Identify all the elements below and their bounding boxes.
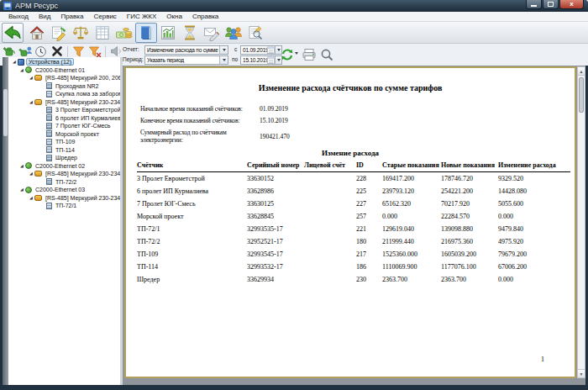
table-cell	[304, 172, 356, 185]
chevron-down-icon	[219, 56, 228, 64]
period-select[interactable]: Указать период	[144, 55, 228, 65]
tree-item[interactable]: Скупка лома за забором	[9, 90, 123, 98]
report-scrollbar[interactable]: ▲ ▼	[577, 66, 585, 378]
column-header: Новые показания	[441, 161, 498, 172]
table-cell: 9479.840	[498, 223, 570, 235]
column-header: Лицевой счёт	[304, 161, 356, 172]
tree-item[interactable]: ТП-72/1	[9, 202, 123, 210]
report-subtitle: Измение расхода	[126, 149, 575, 157]
tree-item[interactable]: Шредер	[9, 154, 123, 162]
minimize-button[interactable]	[526, 0, 542, 9]
menu-item[interactable]: Правка	[55, 13, 88, 20]
table-cell	[304, 235, 356, 248]
tree-item[interactable]: ◢Устройства (12)	[9, 58, 123, 66]
table-cell: 230	[356, 273, 382, 286]
money-icon	[115, 24, 134, 41]
tree-item[interactable]: ◢[RS-485] Меркурий 230-234, 236	[9, 98, 123, 107]
payments-button[interactable]	[113, 23, 135, 43]
audit-button[interactable]	[244, 23, 266, 43]
tree-item[interactable]: ◢C2000-Ethernet 02	[9, 162, 123, 171]
tree-scrollbar[interactable]	[3, 57, 8, 385]
filter-button[interactable]	[71, 45, 86, 58]
tree-item[interactable]: ТП-109	[9, 138, 123, 146]
titlebar: АРМ Ресурс x	[0, 0, 588, 12]
send-mail-button[interactable]	[201, 23, 223, 43]
tree-item[interactable]: ТП-72/2	[9, 178, 123, 187]
maximize-button[interactable]	[543, 0, 559, 9]
tree-item[interactable]: ТП-114	[9, 146, 123, 155]
date-to-field[interactable]: 15.10.2019	[240, 55, 282, 65]
watering-can-user-button[interactable]	[18, 45, 32, 58]
field-label: Начальное время показаний счётчиков:	[140, 105, 260, 113]
sound-button[interactable]	[109, 45, 123, 58]
panel-splitter[interactable]	[120, 57, 123, 385]
filter-clear-button[interactable]	[87, 45, 102, 58]
devices-home-button[interactable]	[26, 23, 48, 43]
tree-item[interactable]: ◢[RS-485] Меркурий 230-234, 236	[9, 170, 123, 178]
history-button[interactable]	[179, 23, 201, 43]
expander-icon[interactable]: ◢	[18, 68, 25, 72]
close-button[interactable]: x	[559, 0, 584, 9]
menu-item[interactable]: Сервис	[88, 13, 121, 20]
users-icon	[224, 24, 243, 41]
watering-can-button[interactable]	[2, 45, 16, 58]
menu-item[interactable]: Справка	[187, 13, 223, 20]
menu-item[interactable]: ГИС ЖКХ	[122, 13, 161, 20]
poll-time-button[interactable]	[34, 45, 48, 58]
ic-bus-icon	[34, 171, 42, 177]
menu-item[interactable]: Вид	[34, 13, 55, 20]
tree-item[interactable]: 6 пролет ИП Курмалиева	[9, 114, 123, 123]
ic-meter-icon	[46, 178, 52, 185]
table-cell: 0.000	[498, 210, 570, 223]
table-cell: 221	[356, 223, 382, 235]
tree-item[interactable]: Морской проект	[9, 130, 123, 139]
table-row: Морской проект336288452570.00022284.5700…	[137, 210, 570, 223]
report-title: Изменение расхода счётчиков по сумме тар…	[126, 83, 575, 92]
delete-button[interactable]	[50, 45, 64, 58]
chevron-down-icon	[295, 52, 298, 55]
tree-item[interactable]: Проходная NR2	[9, 82, 123, 91]
device-tree-panel: ◢Устройства (12)◢C2000-Ethernet 01◢[RS-4…	[3, 57, 123, 385]
tree-item[interactable]: ◢C2000-Ethernet 01	[9, 66, 123, 75]
edit-requests-button[interactable]	[48, 23, 70, 43]
report-field-row: Начальное время показаний счётчиков:01.0…	[140, 103, 575, 114]
menu-item[interactable]: Выход	[3, 13, 34, 20]
ic-meter-icon	[46, 130, 52, 137]
tree-item[interactable]: ◢C2000-Ethernet 03	[9, 186, 123, 194]
expander-icon[interactable]: ◢	[18, 187, 25, 192]
reports-button[interactable]	[135, 23, 157, 43]
preview-zoom-button[interactable]	[320, 48, 333, 61]
print-button[interactable]	[302, 48, 317, 61]
expander-icon[interactable]: ◢	[28, 196, 34, 200]
expander-icon[interactable]: ◢	[28, 100, 34, 104]
tree-item[interactable]: ◢[RS-485] Меркурий 230-234, 236	[9, 194, 123, 203]
table-cell: ТП-114	[137, 261, 247, 273]
tree-item[interactable]: 3 Пролет Еврометстрой	[9, 106, 123, 114]
subscribers-button[interactable]	[223, 23, 244, 43]
tables-button[interactable]	[92, 23, 113, 43]
date-from-field[interactable]: 01.09.2019	[240, 45, 282, 55]
report-type-select[interactable]: Изменение расхода по сумме тарифов	[144, 45, 228, 55]
table-cell: ТП-72/2	[137, 235, 247, 248]
tree-item[interactable]: 7 Пролет ЮГ-Смесь	[9, 122, 123, 130]
expander-icon[interactable]: ◢	[28, 171, 34, 176]
back-button[interactable]	[2, 23, 24, 43]
tree-item[interactable]: ◢[RS-485] Меркурий 200, 206	[9, 74, 123, 82]
table-cell: Морской проект	[137, 210, 247, 223]
tariffs-button[interactable]	[70, 23, 92, 43]
expander-icon[interactable]: ◢	[11, 60, 18, 64]
table-cell: 1525360.000	[382, 248, 441, 261]
scroll-up-icon[interactable]: ▲	[578, 67, 585, 76]
ic-computer-icon	[18, 59, 24, 66]
expander-icon[interactable]: ◢	[18, 164, 25, 168]
ic-meter-icon	[46, 107, 52, 113]
tree-scrollbar-thumb[interactable]	[3, 89, 8, 136]
scroll-down-icon[interactable]: ▼	[578, 369, 585, 377]
graphs-button[interactable]	[157, 23, 179, 43]
report-scrollbar-thumb[interactable]	[579, 77, 584, 113]
table-cell: 2363.700	[382, 273, 441, 286]
expander-icon[interactable]: ◢	[28, 76, 34, 80]
refresh-options-button[interactable]	[295, 52, 298, 55]
menu-item[interactable]: Окна	[161, 13, 187, 20]
refresh-button[interactable]	[281, 48, 294, 61]
